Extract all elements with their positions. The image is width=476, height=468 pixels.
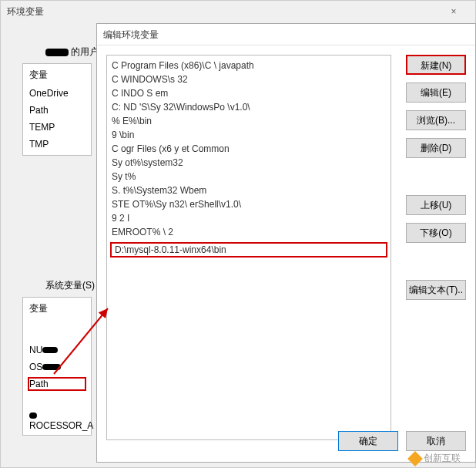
sys-vars-list[interactable]: 变量 NU OS Path ROCESSOR_A <box>22 297 92 436</box>
watermark: 创新互联 <box>410 452 461 465</box>
user-vars-header: 变量 <box>23 66 91 85</box>
list-item[interactable]: TMP <box>23 136 91 153</box>
ok-button[interactable]: 确定 <box>338 431 398 451</box>
path-entry[interactable]: 9 \bin <box>107 128 391 142</box>
list-item-path[interactable]: Path <box>28 377 86 391</box>
titlebar-edit: 编辑环境变量 <box>97 24 475 45</box>
window-title: 环境变量 <box>7 1 44 22</box>
cancel-button[interactable]: 取消 <box>406 431 466 451</box>
path-entry[interactable]: C WINDOWS\s 32 <box>107 72 391 86</box>
list-item[interactable]: Path <box>23 102 91 119</box>
user-vars-list[interactable]: 变量 OneDrive Path TEMP TMP <box>22 63 92 156</box>
path-entry[interactable]: 9 2 I <box>107 211 391 225</box>
moveup-button[interactable]: 上移(U) <box>406 195 466 215</box>
bottom-buttons: 确定 取消 <box>338 431 466 451</box>
path-entry[interactable]: EMROOT% \ 2 <box>107 225 391 239</box>
path-entry[interactable]: C INDO S em <box>107 86 391 100</box>
path-entry[interactable]: C ogr Files (x6 y et Common <box>107 142 391 156</box>
close-icon[interactable]: × <box>438 1 469 22</box>
path-entry[interactable]: C Program Files (x86)\C \ javapath <box>107 59 391 72</box>
path-entry[interactable]: Sy t% <box>107 170 391 183</box>
watermark-logo-icon <box>407 451 423 466</box>
titlebar-parent: 环境变量 × <box>1 1 475 22</box>
path-entry-highlighted[interactable]: D:\mysql-8.0.11-winx64\bin <box>110 242 387 258</box>
new-button[interactable]: 新建(N) <box>406 55 466 75</box>
list-item[interactable]: TEMP <box>23 119 91 136</box>
list-item[interactable]: OneDrive <box>23 85 91 102</box>
path-entry[interactable]: C: ND 'S\Sy 32\WindowsPo \v1.0\ <box>107 100 391 114</box>
sys-vars-header: 变量 <box>23 299 91 318</box>
path-list[interactable]: C Program Files (x86)\C \ javapath C WIN… <box>106 55 391 440</box>
browse-button[interactable]: 浏览(B)... <box>406 110 466 130</box>
edit-env-var-window: 编辑环境变量 C Program Files (x86)\C \ javapat… <box>96 23 476 463</box>
window-title: 编辑环境变量 <box>103 24 159 45</box>
path-entry[interactable]: S. t%\System32 Wbem <box>107 183 391 197</box>
delete-button[interactable]: 删除(D) <box>406 138 466 158</box>
path-entry[interactable]: Sy ot%\system32 <box>107 156 391 170</box>
list-item[interactable]: NU <box>23 342 91 359</box>
movedown-button[interactable]: 下移(O) <box>406 223 466 243</box>
path-entry[interactable]: % E%\bin <box>107 114 391 128</box>
path-entry[interactable]: STE OT%\Sy n32\ erShell\v1.0\ <box>107 197 391 211</box>
list-item[interactable]: OS <box>23 359 91 375</box>
list-item[interactable]: ROCESSOR_A <box>23 408 91 434</box>
edit-button[interactable]: 编辑(E) <box>406 82 466 103</box>
edittext-button[interactable]: 编辑文本(T).. <box>406 280 466 300</box>
button-column: 新建(N) 编辑(E) 浏览(B)... 删除(D) 上移(U) 下移(O) 编… <box>406 55 466 300</box>
